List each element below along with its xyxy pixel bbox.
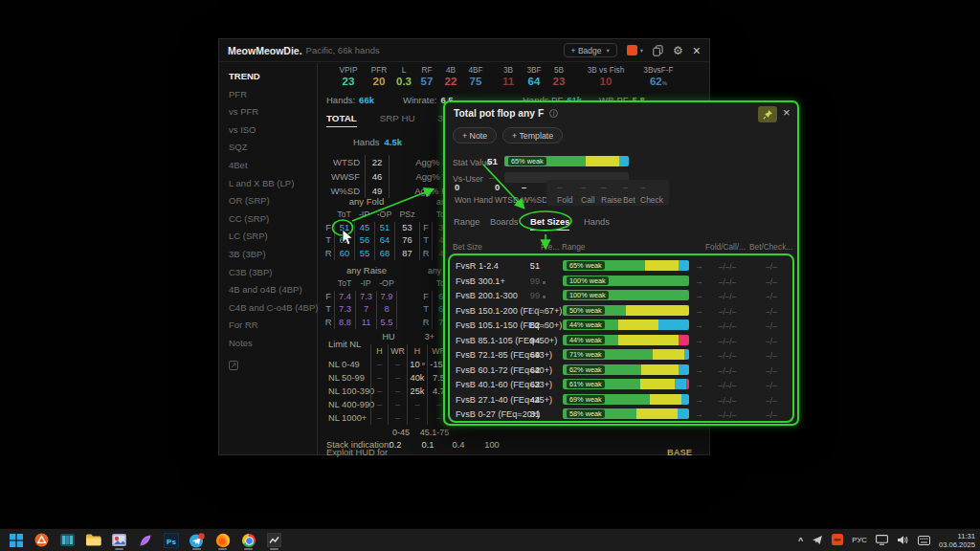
sample-size-mark <box>543 311 546 314</box>
note-button[interactable]: + Note <box>453 127 497 143</box>
bet-size-row[interactable]: FvsB 72.1-85 (FEq=43+)6971% weak→–/–/––/… <box>450 347 792 363</box>
row-label: R <box>323 248 334 261</box>
bet-size-label: FvsR 1-2.4 <box>456 261 499 271</box>
start-icon[interactable] <box>6 531 26 550</box>
row-label: R <box>323 317 334 330</box>
bet-size-row[interactable]: FvsB 27.1-40 (FEq=25+)4469% weak→–/–/––/… <box>450 392 792 408</box>
sidebar-item-vs-iso[interactable]: vs ISO <box>219 121 317 140</box>
sidebar-item-c4b-and-c-o4b-4bp[interactable]: C4B and C-o4B (4BP) <box>219 299 317 318</box>
bet-size-row[interactable]: FvsB 105.1-150 (FEq=60+)8244% weak→–/–/–… <box>450 318 792 333</box>
sidebar-item-4b-and-o4b-4bp[interactable]: 4B and o4B (4BP) <box>219 281 317 299</box>
gear-icon[interactable]: ⚙ <box>673 45 683 56</box>
sidebar-item-3b-3bp[interactable]: 3B (3BP) <box>219 246 317 264</box>
stat-cell: 64 <box>374 234 394 248</box>
bet-size-row[interactable]: FvsB 40.1-60 (FEq=33+)6261% weak→–/–/––/… <box>450 377 792 392</box>
pin-button[interactable] <box>758 106 777 122</box>
bet-check-value: –/– <box>750 366 792 376</box>
sidebar-item-sqz[interactable]: SQZ <box>219 139 317 157</box>
column-header-bet-size: Bet Size <box>453 242 482 252</box>
yellow-segment <box>653 349 684 360</box>
chrome-icon[interactable] <box>238 531 258 550</box>
pink-segment <box>686 379 689 389</box>
stat-value: 11 <box>496 76 521 87</box>
sidebar-item-cc-srp[interactable]: CC (SRP) <box>219 210 317 229</box>
stat-header: 4BF <box>462 65 489 75</box>
limit-cell: – <box>370 385 388 398</box>
file-explorer-icon[interactable] <box>83 531 103 550</box>
action-value: – <box>640 183 645 192</box>
badge-button[interactable]: + Badge▾ <box>564 43 617 57</box>
feather-icon[interactable] <box>135 531 155 550</box>
column-header-range: Range <box>562 242 585 252</box>
tab-total[interactable]: TOTAL <box>326 113 357 127</box>
bet-size-row[interactable]: FvsR 1-2.45165% weak→–/–/––/– <box>450 258 792 274</box>
bet-size-row[interactable]: FvsB 0-27 (FEq=20+)3158% weak→–/–/––/– <box>450 407 792 422</box>
cyan-segment <box>678 408 689 419</box>
screenshot-tool-icon[interactable] <box>109 531 129 550</box>
bet-size-row[interactable]: FvsB 150.1-200 (FEq=67+)6750% weak→–/–/–… <box>450 303 792 319</box>
bet-check-value: –/– <box>750 396 792 406</box>
pink-segment <box>679 335 689 345</box>
bet-size-label: FvsB 85.1-105 (FEq=50+) <box>456 336 557 345</box>
bet-size-row[interactable]: FvsB 85.1-105 (FEq=50+)9444% weak→–/–/––… <box>450 333 792 348</box>
copy-icon[interactable] <box>653 45 663 56</box>
sidebar-item-for-rr[interactable]: For RR <box>219 317 317 335</box>
popup-tab-boards[interactable]: Boards <box>490 217 518 230</box>
color-swatch-button[interactable]: ▾ <box>627 45 643 55</box>
clock[interactable]: 11:31 03.06.2025 <box>939 532 975 549</box>
tray-chevron-icon[interactable]: ^ <box>798 536 803 545</box>
photoshop-icon[interactable]: Ps <box>161 531 181 550</box>
close-icon[interactable]: × <box>693 45 701 56</box>
limit-cell: – <box>370 411 388 425</box>
popup-tab-bet-sizes[interactable]: Bet Sizes <box>530 217 569 231</box>
hand2note-icon[interactable] <box>264 531 284 550</box>
stat-cell: 8.8 <box>334 317 355 330</box>
column-header-bet-check: Bet/Check... <box>749 242 792 252</box>
bet-check-value: –/– <box>750 307 792 317</box>
firefox-icon[interactable] <box>212 531 233 550</box>
telegram-icon[interactable] <box>187 531 207 550</box>
sidebar-item-l-and-x-bb-lp[interactable]: L and X BB (LP) <box>219 175 317 193</box>
yellow-segment <box>618 320 658 330</box>
stat-cell: 62 <box>334 234 354 248</box>
red-app-tray-icon[interactable] <box>832 532 843 549</box>
stack-value: 0.4 <box>447 440 470 450</box>
sidebar: TRENDPFRvs PFRvs ISOSQZ4BetL and X BB (L… <box>219 63 318 454</box>
popup-tab-range[interactable]: Range <box>454 217 479 230</box>
action-label: Call <box>581 195 595 205</box>
keyboard-icon[interactable] <box>918 532 930 549</box>
telegram-tray-icon[interactable] <box>812 532 823 549</box>
action-value: – <box>557 183 562 192</box>
sidebar-item-trend[interactable]: TREND <box>219 68 317 86</box>
arrow-right-icon: → <box>695 365 703 375</box>
panel-toggle-icon[interactable] <box>229 357 317 374</box>
any-raise-table: ToT-IP-OPF7.47.37.9T7.378R8.8115.5 <box>323 277 397 329</box>
panels-app-icon[interactable] <box>57 531 78 550</box>
sidebar-item-4bet[interactable]: 4Bet <box>219 157 317 175</box>
popup-tab-hands[interactable]: Hands <box>584 217 610 230</box>
column-header: WR <box>388 344 407 358</box>
tab-srp-hu[interactable]: SRP HU <box>380 113 415 127</box>
cyan-segment <box>679 364 689 375</box>
info-icon[interactable]: i <box>549 109 558 118</box>
popup-close-icon[interactable]: × <box>783 105 791 120</box>
sidebar-item-notes[interactable]: Notes <box>219 335 317 353</box>
popup-title: Total pot flop any Fi <box>454 108 558 119</box>
orange-triangle-app-icon[interactable] <box>32 531 52 550</box>
bet-size-row[interactable]: FvsB 200.1-30099100% weak→–/–/––/– <box>450 288 792 303</box>
sidebar-item-vs-pfr[interactable]: vs PFR <box>219 103 317 121</box>
cast-icon[interactable] <box>876 532 888 549</box>
sidebar-item-pfr[interactable]: PFR <box>219 86 317 104</box>
template-button[interactable]: + Template <box>502 127 563 143</box>
volume-icon[interactable] <box>897 532 909 549</box>
sidebar-item-lc-srp[interactable]: LC (SRP) <box>219 228 317 246</box>
language-indicator[interactable]: РУС <box>852 536 867 544</box>
bet-size-value: 31 <box>515 409 540 419</box>
sidebar-item-c3b-3bp[interactable]: C3B (3BP) <box>219 264 317 282</box>
bet-size-row[interactable]: FvsB 300.1+99100% weak→–/–/––/– <box>450 274 792 289</box>
bet-size-row[interactable]: FvsB 60.1-72 (FEq=40+)6262% weak→–/–/––/… <box>450 363 792 378</box>
column-header: H <box>407 344 427 358</box>
bet-size-value: 94 <box>515 336 540 345</box>
frequency-bar: 62% weak <box>563 364 689 375</box>
sidebar-item-or-srp[interactable]: OR (SRP) <box>219 192 317 210</box>
